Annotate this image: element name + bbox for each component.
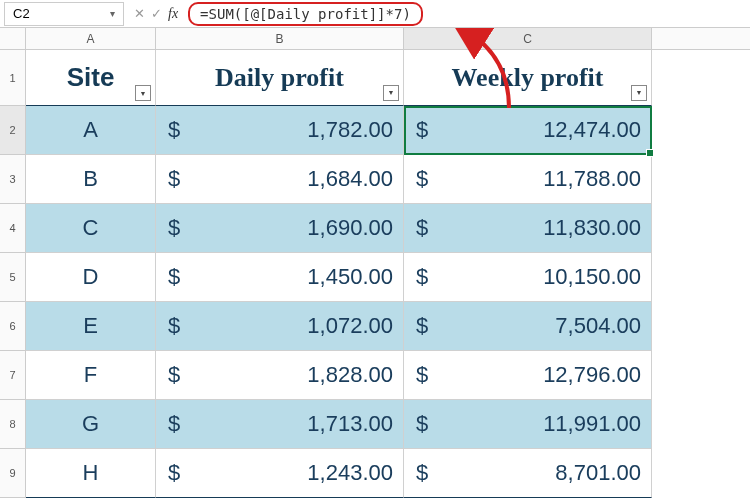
amount-value: 7,504.00 — [428, 313, 641, 339]
column-header-c[interactable]: C — [404, 28, 652, 49]
table-row: 9H$1,243.00$8,701.00 — [0, 449, 750, 498]
currency-symbol: $ — [414, 117, 428, 143]
table-row: 3B$1,684.00$11,788.00 — [0, 155, 750, 204]
amount-value: 1,828.00 — [180, 362, 393, 388]
table-row: 4C$1,690.00$11,830.00 — [0, 204, 750, 253]
filter-dropdown-icon[interactable]: ▼ — [383, 85, 399, 101]
site-cell[interactable]: B — [26, 155, 156, 204]
header-label: Site — [67, 62, 115, 93]
site-cell[interactable]: F — [26, 351, 156, 400]
daily-profit-cell[interactable]: $1,072.00 — [156, 302, 404, 351]
weekly-profit-cell[interactable]: $10,150.00 — [404, 253, 652, 302]
formula-bar: C2 ▾ ✕ ✓ fx =SUM([@[Daily profit]]*7) — [0, 0, 750, 28]
formula-input[interactable]: =SUM([@[Daily profit]]*7) — [188, 2, 423, 26]
amount-value: 11,991.00 — [428, 411, 641, 437]
currency-symbol: $ — [166, 460, 180, 486]
currency-symbol: $ — [166, 313, 180, 339]
daily-profit-cell[interactable]: $1,690.00 — [156, 204, 404, 253]
site-cell[interactable]: G — [26, 400, 156, 449]
row-number[interactable]: 9 — [0, 449, 26, 498]
site-cell[interactable]: E — [26, 302, 156, 351]
cancel-icon[interactable]: ✕ — [134, 6, 145, 21]
formula-controls: ✕ ✓ fx — [128, 6, 184, 22]
table-row: 1Site▼Daily profit▼Weekly profit▼ — [0, 50, 750, 106]
row-number[interactable]: 1 — [0, 50, 26, 106]
chevron-down-icon[interactable]: ▾ — [110, 8, 115, 19]
currency-symbol: $ — [414, 362, 428, 388]
amount-value: 1,684.00 — [180, 166, 393, 192]
column-headers: A B C — [0, 28, 750, 50]
table-row: 8G$1,713.00$11,991.00 — [0, 400, 750, 449]
amount-value: 11,788.00 — [428, 166, 641, 192]
currency-symbol: $ — [166, 264, 180, 290]
header-label: Weekly profit — [452, 63, 604, 93]
currency-symbol: $ — [166, 215, 180, 241]
table-row: 6E$1,072.00$7,504.00 — [0, 302, 750, 351]
weekly-profit-cell[interactable]: $8,701.00 — [404, 449, 652, 498]
site-cell[interactable]: H — [26, 449, 156, 498]
amount-value: 8,701.00 — [428, 460, 641, 486]
daily-profit-cell[interactable]: $1,782.00 — [156, 106, 404, 155]
currency-symbol: $ — [166, 117, 180, 143]
amount-value: 10,150.00 — [428, 264, 641, 290]
currency-symbol: $ — [414, 460, 428, 486]
cell-reference: C2 — [13, 6, 30, 21]
currency-symbol: $ — [166, 362, 180, 388]
daily-profit-cell[interactable]: $1,450.00 — [156, 253, 404, 302]
daily-profit-cell[interactable]: $1,828.00 — [156, 351, 404, 400]
amount-value: 1,690.00 — [180, 215, 393, 241]
amount-value: 1,243.00 — [180, 460, 393, 486]
row-number[interactable]: 7 — [0, 351, 26, 400]
currency-symbol: $ — [166, 166, 180, 192]
currency-symbol: $ — [166, 411, 180, 437]
currency-symbol: $ — [414, 411, 428, 437]
filter-dropdown-icon[interactable]: ▼ — [135, 85, 151, 101]
weekly-profit-cell[interactable]: $12,474.00 — [404, 106, 652, 155]
amount-value: 1,450.00 — [180, 264, 393, 290]
fx-icon[interactable]: fx — [168, 6, 178, 22]
amount-value: 12,474.00 — [428, 117, 641, 143]
table-row: 7F$1,828.00$12,796.00 — [0, 351, 750, 400]
table-header-site[interactable]: Site▼ — [26, 50, 156, 106]
header-label: Daily profit — [215, 63, 344, 93]
amount-value: 12,796.00 — [428, 362, 641, 388]
row-number[interactable]: 4 — [0, 204, 26, 253]
row-number[interactable]: 6 — [0, 302, 26, 351]
site-cell[interactable]: C — [26, 204, 156, 253]
currency-symbol: $ — [414, 166, 428, 192]
weekly-profit-cell[interactable]: $11,788.00 — [404, 155, 652, 204]
site-cell[interactable]: D — [26, 253, 156, 302]
weekly-profit-cell[interactable]: $12,796.00 — [404, 351, 652, 400]
site-cell[interactable]: A — [26, 106, 156, 155]
table-header-daily[interactable]: Daily profit▼ — [156, 50, 404, 106]
row-number[interactable]: 8 — [0, 400, 26, 449]
weekly-profit-cell[interactable]: $11,991.00 — [404, 400, 652, 449]
select-all-corner[interactable] — [0, 28, 26, 49]
amount-value: 1,782.00 — [180, 117, 393, 143]
daily-profit-cell[interactable]: $1,243.00 — [156, 449, 404, 498]
currency-symbol: $ — [414, 264, 428, 290]
currency-symbol: $ — [414, 215, 428, 241]
weekly-profit-cell[interactable]: $11,830.00 — [404, 204, 652, 253]
daily-profit-cell[interactable]: $1,713.00 — [156, 400, 404, 449]
column-header-b[interactable]: B — [156, 28, 404, 49]
table-row: 5D$1,450.00$10,150.00 — [0, 253, 750, 302]
table-header-weekly[interactable]: Weekly profit▼ — [404, 50, 652, 106]
sheet-grid: 1Site▼Daily profit▼Weekly profit▼2A$1,78… — [0, 50, 750, 498]
daily-profit-cell[interactable]: $1,684.00 — [156, 155, 404, 204]
amount-value: 1,713.00 — [180, 411, 393, 437]
column-header-a[interactable]: A — [26, 28, 156, 49]
confirm-icon[interactable]: ✓ — [151, 6, 162, 21]
weekly-profit-cell[interactable]: $7,504.00 — [404, 302, 652, 351]
filter-dropdown-icon[interactable]: ▼ — [631, 85, 647, 101]
name-box[interactable]: C2 ▾ — [4, 2, 124, 26]
amount-value: 1,072.00 — [180, 313, 393, 339]
table-row: 2A$1,782.00$12,474.00 — [0, 106, 750, 155]
row-number[interactable]: 2 — [0, 106, 26, 155]
row-number[interactable]: 3 — [0, 155, 26, 204]
row-number[interactable]: 5 — [0, 253, 26, 302]
currency-symbol: $ — [414, 313, 428, 339]
amount-value: 11,830.00 — [428, 215, 641, 241]
